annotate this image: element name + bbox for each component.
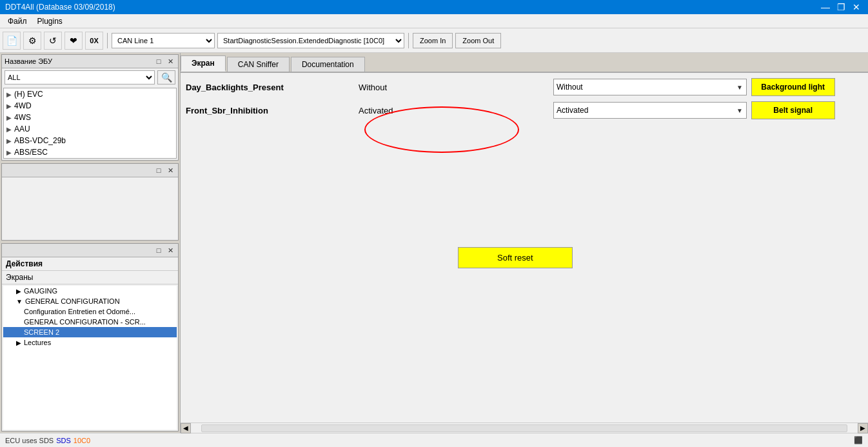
screen-item-screen2[interactable]: SCREEN 2: [3, 327, 177, 337]
actions-header-controls: □ ✕: [153, 245, 175, 255]
arrow-icon-4: ▶: [6, 137, 12, 144]
tree-item-5[interactable]: ▶ ABS/ESC: [4, 146, 176, 158]
ebu-header-label: Название ЭБУ: [5, 57, 52, 65]
row2-dropdown[interactable]: Activated Deactivated: [553, 102, 747, 119]
minimize-button[interactable]: —: [819, 1, 832, 14]
toolbar-btn-5[interactable]: 0X: [85, 32, 103, 50]
actions-maximize-btn[interactable]: □: [153, 245, 164, 255]
arrow-icon-2: ▶: [6, 114, 12, 121]
tree-item-0[interactable]: ▶ (H) EVC: [4, 88, 176, 100]
status-ecu-label: ECU uses SDS: [5, 437, 54, 444]
tree-item-label-5: ABS/ESC: [14, 148, 48, 157]
screen-item-lectures[interactable]: ▶ Lectures: [3, 337, 177, 348]
screen-screen2-label: SCREEN 2: [24, 328, 59, 336]
close-button[interactable]: ✕: [850, 1, 863, 14]
scrollbar-track[interactable]: [201, 424, 847, 432]
tree-item-label-0: (H) EVC: [14, 90, 43, 99]
ebu-close-btn[interactable]: ✕: [165, 56, 175, 66]
menu-file[interactable]: Файл: [3, 15, 32, 27]
tab-documentation[interactable]: Documentation: [291, 57, 365, 72]
scroll-left-btn[interactable]: ◀: [181, 423, 191, 433]
data-row-1: Day_Backlights_Present Without Without W…: [186, 78, 863, 96]
row2-dropdown-wrap: Activated Deactivated: [553, 102, 747, 119]
row1-dropdown-wrap: Without With: [553, 79, 747, 95]
tree-item-label-2: 4WS: [14, 113, 31, 122]
tab-screen[interactable]: Экран: [181, 55, 226, 72]
middle-maximize-btn[interactable]: □: [153, 165, 164, 175]
arrow-icon-5: ▶: [6, 149, 12, 156]
ebu-maximize-btn[interactable]: □: [153, 56, 164, 66]
tree-item-3[interactable]: ▶ AAU: [4, 123, 176, 135]
separator-1: [107, 33, 108, 48]
arrow-icon-1: ▶: [6, 103, 12, 110]
screen-item-general-config[interactable]: ▼ GENERAL CONFIGURATION: [3, 296, 177, 306]
tree-item-1[interactable]: ▶ 4WD: [4, 100, 176, 112]
bottom-scrollbar[interactable]: ◀ ▶: [181, 422, 868, 433]
filter-search-btn[interactable]: 🔍: [157, 70, 175, 84]
toolbar-btn-1[interactable]: 📄: [3, 32, 21, 50]
actions-panel-header: □ ✕: [2, 244, 178, 257]
status-code-value: 10C0: [74, 437, 90, 444]
ebu-header-controls: □ ✕: [153, 56, 175, 66]
general-config-arrow-icon: ▼: [16, 298, 23, 305]
status-restore-btn[interactable]: ⬛: [854, 436, 863, 444]
tab-can-sniffer[interactable]: CAN Sniffer: [227, 57, 290, 72]
screens-tree[interactable]: ▶ GAUGING ▼ GENERAL CONFIGURATION Config…: [3, 286, 177, 430]
tree-item-label-3: AAU: [14, 124, 30, 134]
tabs-bar: Экран CAN Sniffer Documentation: [181, 53, 868, 73]
tree-item-label-4: ABS-VDC_29b: [14, 136, 66, 145]
middle-panel: □ ✕: [1, 163, 179, 241]
toolbar-btn-4[interactable]: ❤: [64, 32, 83, 50]
restore-button[interactable]: ❐: [834, 1, 847, 14]
filter-select[interactable]: ALL: [5, 70, 155, 84]
status-sds-value: SDS: [56, 437, 71, 444]
middle-panel-header: □ ✕: [2, 164, 178, 177]
row1-action-btn[interactable]: Background light: [751, 78, 835, 96]
status-bar: ECU uses SDS SDS 10C0 ⬛: [0, 433, 868, 447]
arrow-icon-0: ▶: [6, 91, 12, 98]
tree-item-2[interactable]: ▶ 4WS: [4, 112, 176, 123]
screen-item-scr[interactable]: GENERAL CONFIGURATION - SCR...: [3, 317, 177, 327]
toolbar-btn-2[interactable]: ⚙: [23, 32, 41, 50]
scroll-right-btn[interactable]: ▶: [858, 423, 868, 433]
screen-general-config-label: GENERAL CONFIGURATION: [25, 297, 120, 305]
menu-plugins[interactable]: Plugins: [32, 15, 68, 27]
filter-row: ALL 🔍: [2, 68, 178, 86]
ebu-panel: Название ЭБУ □ ✕ ALL 🔍 ▶ (H) EVC ▶: [1, 54, 179, 161]
ebu-tree-list[interactable]: ▶ (H) EVC ▶ 4WD ▶ 4WS ▶ AAU ▶ ABS-VDC_: [3, 88, 177, 159]
actions-panel: □ ✕ Действия Экраны ▶ GAUGING ▼ GENERAL …: [1, 243, 179, 432]
screen-gauging-label: GAUGING: [24, 287, 57, 295]
right-panel: Экран CAN Sniffer Documentation Day_Back…: [181, 53, 868, 433]
screen-entretien-label: Configuration Entretien et Odomé...: [24, 308, 135, 315]
screen-scr-label: GENERAL CONFIGURATION - SCR...: [24, 318, 146, 326]
window-title: DDT4All (Database 03/09/2018): [5, 3, 115, 12]
row2-action-btn[interactable]: Belt signal: [751, 101, 835, 119]
data-row-2: Front_Sbr_Inhibition Activated Activated…: [186, 101, 863, 119]
middle-close-btn[interactable]: ✕: [165, 165, 175, 175]
diagnostic-session-select[interactable]: StartDiagnosticSession.ExtendedDiagnosti…: [217, 33, 404, 48]
can-line-select[interactable]: CAN Line 1: [112, 33, 215, 48]
title-bar: DDT4All (Database 03/09/2018) — ❐ ✕: [0, 0, 868, 14]
actions-title: Действия: [2, 257, 178, 271]
tree-item-4[interactable]: ▶ ABS-VDC_29b: [4, 135, 176, 146]
row1-dropdown[interactable]: Without With: [553, 79, 747, 95]
row2-value: Activated: [353, 106, 553, 115]
row1-label: Day_Backlights_Present: [186, 83, 353, 92]
screens-title: Экраны: [2, 271, 178, 284]
zoom-out-button[interactable]: Zoom Out: [455, 33, 501, 48]
actions-close-btn[interactable]: ✕: [165, 245, 175, 255]
main-layout: Название ЭБУ □ ✕ ALL 🔍 ▶ (H) EVC ▶: [0, 53, 868, 433]
menu-bar: Файл Plugins: [0, 14, 868, 28]
lectures-arrow-icon: ▶: [16, 339, 21, 346]
separator-2: [408, 33, 409, 48]
screen-item-gauging[interactable]: ▶ GAUGING: [3, 286, 177, 296]
content-area: Day_Backlights_Present Without Without W…: [181, 73, 868, 422]
gauging-arrow-icon: ▶: [16, 288, 21, 295]
soft-reset-area: Soft reset: [458, 247, 573, 268]
toolbar-btn-3[interactable]: ↺: [44, 32, 62, 50]
left-panel: Название ЭБУ □ ✕ ALL 🔍 ▶ (H) EVC ▶: [0, 53, 181, 433]
soft-reset-button[interactable]: Soft reset: [458, 247, 573, 268]
row1-value: Without: [353, 83, 553, 92]
screen-item-entretien[interactable]: Configuration Entretien et Odomé...: [3, 306, 177, 317]
zoom-in-button[interactable]: Zoom In: [413, 33, 453, 48]
